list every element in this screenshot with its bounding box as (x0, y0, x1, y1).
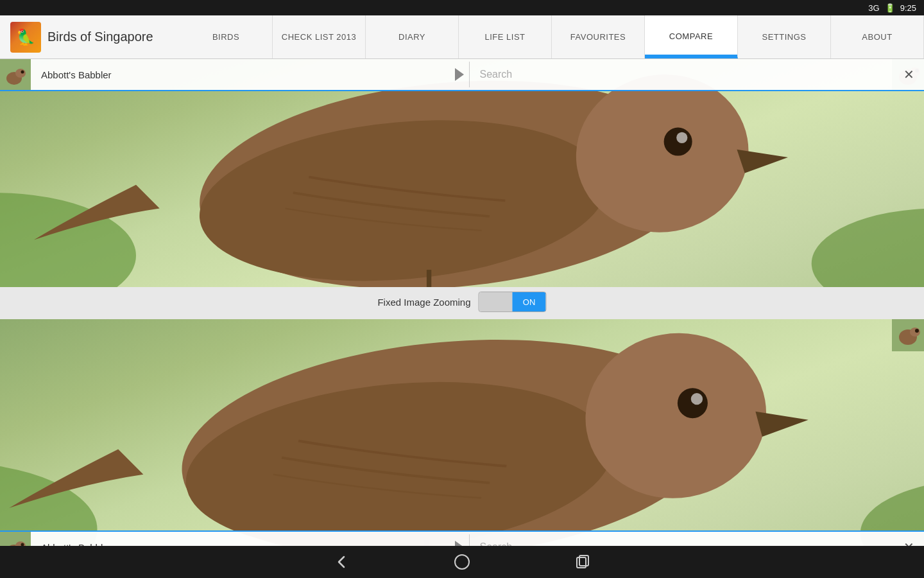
tab-compare[interactable]: COMPARE (645, 15, 738, 58)
svg-point-5 (664, 128, 692, 156)
app-title: Birds of Singapore (47, 30, 153, 44)
top-search-input[interactable]: Search (470, 69, 894, 80)
app-logo: 🦜 (10, 22, 41, 53)
svg-point-26 (910, 328, 920, 337)
bottom-bird-image (0, 319, 924, 546)
top-close-button[interactable]: ✕ (893, 59, 924, 90)
bottom-bird-name: Abbott's Babbler (31, 542, 455, 547)
time-display: 9:25 (900, 3, 916, 13)
tab-birds[interactable]: BIRDS (180, 15, 273, 58)
main-content: Abbott's Babbler Search ✕ Fixed Image Zo… (0, 59, 924, 546)
top-bird-image (0, 59, 924, 287)
svg-point-1 (812, 209, 924, 287)
bottom-bird-panel: Abbott's Babbler Search ✕ (0, 319, 924, 546)
bottom-panel-thumbnail (892, 319, 924, 351)
back-button[interactable] (332, 553, 350, 571)
bottom-search-bar: Abbott's Babbler Search ✕ (0, 530, 924, 546)
toggle-on-state[interactable]: ON (513, 292, 546, 312)
status-bar: 3G 🔋 9:25 (0, 0, 924, 15)
tab-about[interactable]: ABOUT (831, 15, 924, 58)
toggle-off-state[interactable] (479, 292, 513, 312)
top-chevron-icon (455, 68, 464, 81)
signal-indicator: 3G (868, 3, 879, 13)
top-bird-panel: Abbott's Babbler Search ✕ (0, 59, 924, 287)
bottom-bird-thumb (0, 532, 31, 546)
tab-checklist[interactable]: CHECK LIST 2013 (273, 15, 366, 58)
svg-point-32 (455, 555, 469, 569)
tab-diary[interactable]: DIARY (366, 15, 459, 58)
top-search-bar: Abbott's Babbler Search ✕ (0, 59, 924, 91)
nav-tabs: BIRDS CHECK LIST 2013 DIARY LIFE LIST FA… (180, 15, 924, 58)
bottom-chevron-icon (455, 541, 464, 546)
bottom-close-button[interactable]: ✕ (893, 532, 924, 546)
svg-point-14 (15, 69, 26, 78)
top-bird-thumb (0, 59, 31, 90)
svg-rect-7 (427, 270, 431, 287)
svg-point-27 (915, 329, 919, 333)
svg-point-22 (691, 393, 703, 405)
svg-point-15 (21, 71, 24, 74)
zoom-control: Fixed Image Zooming ON (377, 292, 546, 312)
tab-favourites[interactable]: FAVOURITES (552, 15, 645, 58)
recents-button[interactable] (574, 553, 592, 571)
navbar: 🦜 Birds of Singapore BIRDS CHECK LIST 20… (0, 15, 924, 59)
system-bar (0, 546, 924, 578)
toggle-switch[interactable]: ON (479, 292, 547, 312)
top-bird-name: Abbott's Babbler (31, 69, 455, 80)
battery-icon: 🔋 (885, 3, 895, 13)
tab-settings[interactable]: SETTINGS (738, 15, 831, 58)
tab-lifelist[interactable]: LIFE LIST (459, 15, 552, 58)
svg-point-6 (676, 132, 687, 143)
app-logo-area: 🦜 Birds of Singapore (0, 15, 180, 58)
zoom-label: Fixed Image Zooming (377, 297, 470, 308)
home-button[interactable] (453, 553, 471, 571)
svg-point-21 (678, 388, 708, 418)
zoom-control-wrapper: Fixed Image Zooming ON (0, 286, 924, 317)
svg-rect-28 (0, 532, 31, 546)
bottom-search-input[interactable]: Search (470, 541, 894, 546)
